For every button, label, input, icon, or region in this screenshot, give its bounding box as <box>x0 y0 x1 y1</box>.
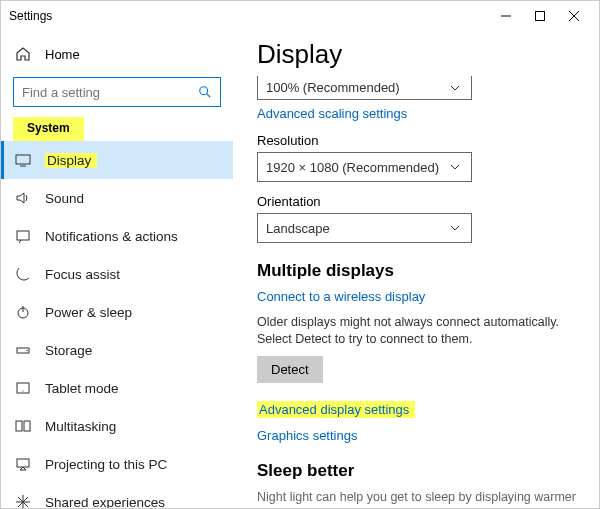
home-button[interactable]: Home <box>1 37 233 71</box>
sidebar-item-label: Tablet mode <box>45 381 119 396</box>
settings-window: Settings Home System Display <box>0 0 600 509</box>
page-title: Display <box>257 39 579 70</box>
sidebar-item-storage[interactable]: Storage <box>1 331 233 369</box>
chevron-down-icon <box>447 159 463 175</box>
chevron-down-icon <box>447 220 463 236</box>
sidebar-item-sound[interactable]: Sound <box>1 179 233 217</box>
sleep-better-heading: Sleep better <box>257 461 579 481</box>
sidebar-item-label: Projecting to this PC <box>45 457 167 472</box>
storage-icon <box>15 342 31 358</box>
sidebar-item-notifications[interactable]: Notifications & actions <box>1 217 233 255</box>
sidebar-item-display[interactable]: Display <box>1 141 233 179</box>
sleep-better-text: Night light can help you get to sleep by… <box>257 489 577 508</box>
titlebar: Settings <box>1 1 599 31</box>
focus-assist-icon <box>15 266 31 282</box>
sidebar-item-tablet-mode[interactable]: Tablet mode <box>1 369 233 407</box>
home-icon <box>15 46 31 62</box>
svg-rect-8 <box>17 231 29 240</box>
sidebar-item-projecting[interactable]: Projecting to this PC <box>1 445 233 483</box>
detect-button[interactable]: Detect <box>257 356 323 383</box>
svg-rect-17 <box>17 459 29 467</box>
minimize-button[interactable] <box>489 1 523 31</box>
multiple-displays-heading: Multiple displays <box>257 261 579 281</box>
close-button[interactable] <box>557 1 591 31</box>
tablet-icon <box>15 380 31 396</box>
sidebar-item-label: Notifications & actions <box>45 229 178 244</box>
sidebar-item-multitasking[interactable]: Multitasking <box>1 407 233 445</box>
window-title: Settings <box>9 9 489 23</box>
svg-rect-15 <box>16 421 22 431</box>
section-header-system: System <box>13 117 84 141</box>
sidebar-item-label: Storage <box>45 343 92 358</box>
svg-rect-6 <box>16 155 30 164</box>
orientation-dropdown[interactable]: Landscape <box>257 213 472 243</box>
search-wrap <box>13 77 221 107</box>
sound-icon <box>15 190 31 206</box>
power-icon <box>15 304 31 320</box>
sidebar-item-label: Multitasking <box>45 419 116 434</box>
advanced-display-settings-link[interactable]: Advanced display settings <box>257 401 415 418</box>
orientation-label: Orientation <box>257 194 579 209</box>
scale-value: 100% (Recommended) <box>266 80 400 95</box>
svg-point-4 <box>200 87 208 95</box>
sidebar-item-shared-experiences[interactable]: Shared experiences <box>1 483 233 508</box>
sidebar-item-power-sleep[interactable]: Power & sleep <box>1 293 233 331</box>
resolution-label: Resolution <box>257 133 579 148</box>
display-icon <box>15 152 31 168</box>
advanced-scaling-link[interactable]: Advanced scaling settings <box>257 106 407 121</box>
home-label: Home <box>45 47 80 62</box>
maximize-button[interactable] <box>523 1 557 31</box>
resolution-value: 1920 × 1080 (Recommended) <box>266 160 439 175</box>
older-displays-text: Older displays might not always connect … <box>257 314 577 348</box>
svg-line-5 <box>207 94 211 98</box>
svg-point-12 <box>26 350 27 351</box>
projecting-icon <box>15 456 31 472</box>
shared-icon <box>15 494 31 508</box>
graphics-settings-link[interactable]: Graphics settings <box>257 428 357 443</box>
search-icon <box>197 84 213 100</box>
sidebar-item-label: Power & sleep <box>45 305 132 320</box>
connect-wireless-link[interactable]: Connect to a wireless display <box>257 289 425 304</box>
svg-rect-1 <box>536 12 545 21</box>
svg-point-14 <box>22 390 23 391</box>
resolution-dropdown[interactable]: 1920 × 1080 (Recommended) <box>257 152 472 182</box>
svg-rect-16 <box>24 421 30 431</box>
sidebar-item-label: Sound <box>45 191 84 206</box>
scale-dropdown[interactable]: 100% (Recommended) <box>257 76 472 100</box>
sidebar-item-label: Shared experiences <box>45 495 165 509</box>
sidebar-item-focus-assist[interactable]: Focus assist <box>1 255 233 293</box>
main-content: Display 100% (Recommended) Advanced scal… <box>233 31 599 508</box>
sidebar-item-label: Focus assist <box>45 267 120 282</box>
chevron-down-icon <box>447 80 463 96</box>
notifications-icon <box>15 228 31 244</box>
multitasking-icon <box>15 418 31 434</box>
body: Home System Display Sound <box>1 31 599 508</box>
nav-list: Display Sound Notifications & actions Fo… <box>1 141 233 508</box>
section-wrap: System <box>1 117 233 141</box>
search-input[interactable] <box>13 77 221 107</box>
sidebar: Home System Display Sound <box>1 31 233 508</box>
sidebar-item-label: Display <box>45 153 97 168</box>
orientation-value: Landscape <box>266 221 330 236</box>
